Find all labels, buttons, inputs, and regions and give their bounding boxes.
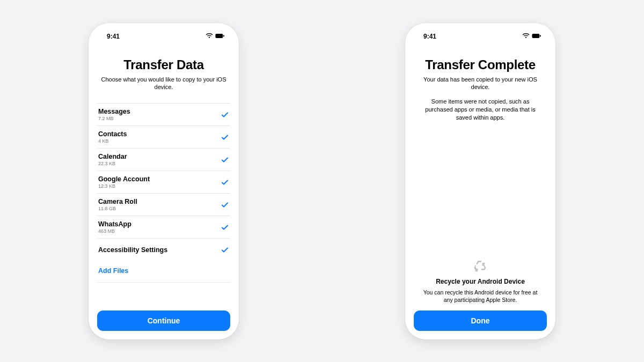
item-size: 4 KB <box>98 138 127 144</box>
list-item[interactable]: Accessibility Settings <box>97 238 230 261</box>
page-title: Transfer Data <box>100 57 227 72</box>
list-item[interactable]: Messages 7.2 MB <box>97 103 230 125</box>
list-item[interactable]: Contacts 4 KB <box>97 125 230 148</box>
svg-rect-1 <box>223 35 224 36</box>
status-time: 9:41 <box>107 33 120 40</box>
add-files-button[interactable]: Add Files <box>97 261 230 283</box>
battery-icon <box>532 33 541 40</box>
checkmark-icon <box>221 178 229 187</box>
list-item[interactable]: Camera Roll 11.8 GB <box>97 193 230 216</box>
list-item[interactable]: Google Account 12.3 KB <box>97 171 230 193</box>
item-name: WhatsApp <box>98 220 131 228</box>
done-button[interactable]: Done <box>414 311 547 331</box>
svg-rect-3 <box>540 35 541 36</box>
item-name: Google Account <box>98 175 150 183</box>
item-name: Messages <box>98 108 130 115</box>
checkmark-icon <box>221 246 229 254</box>
recycle-text: You can recycle this Android device for … <box>418 289 543 304</box>
page-subtitle: Choose what you would like to copy to yo… <box>100 76 227 92</box>
checkmark-icon <box>221 223 229 232</box>
wifi-icon <box>206 33 213 40</box>
item-size: 11.8 GB <box>98 206 137 211</box>
page-title: Transfer Complete <box>417 57 544 72</box>
data-type-list: Messages 7.2 MB Contacts 4 KB Calendar 2… <box>97 103 230 304</box>
page-subtitle: Your data has been copied to your new iO… <box>417 76 544 92</box>
status-bar: 9:41 <box>414 33 547 46</box>
recycle-icon <box>418 260 543 274</box>
list-item[interactable]: Calendar 22.3 KB <box>97 148 230 171</box>
item-size: 463 MB <box>98 228 131 234</box>
checkmark-icon <box>221 156 229 164</box>
item-name: Calendar <box>98 153 127 160</box>
recycle-block: Recycle your Android Device You can recy… <box>414 260 547 304</box>
item-size: 7.2 MB <box>98 116 130 121</box>
status-icons <box>522 33 541 40</box>
phone-transfer-data: 9:41 Transfer Data Choose what you would… <box>89 23 239 339</box>
page-subtitle-secondary: Some items were not copied, such as purc… <box>417 98 544 122</box>
checkmark-icon <box>221 201 229 209</box>
list-item[interactable]: WhatsApp 463 MB <box>97 216 230 238</box>
checkmark-icon <box>221 110 229 119</box>
phone-transfer-complete: 9:41 Transfer Complete Your data has bee… <box>405 23 555 339</box>
status-icons <box>206 33 225 40</box>
item-name: Camera Roll <box>98 198 137 205</box>
item-name: Accessibility Settings <box>98 246 167 254</box>
title-block: Transfer Data Choose what you would like… <box>97 57 230 92</box>
continue-button[interactable]: Continue <box>97 311 230 331</box>
item-size: 12.3 KB <box>98 183 150 189</box>
recycle-title: Recycle your Android Device <box>418 278 543 285</box>
spacer <box>414 122 547 260</box>
status-bar: 9:41 <box>97 33 230 46</box>
item-size: 22.3 KB <box>98 161 127 166</box>
svg-rect-0 <box>215 33 223 38</box>
battery-icon <box>215 33 225 40</box>
title-block: Transfer Complete Your data has been cop… <box>414 57 547 122</box>
item-name: Contacts <box>98 130 127 138</box>
status-time: 9:41 <box>423 33 436 40</box>
svg-rect-2 <box>532 33 539 38</box>
wifi-icon <box>522 33 530 40</box>
checkmark-icon <box>221 133 229 142</box>
